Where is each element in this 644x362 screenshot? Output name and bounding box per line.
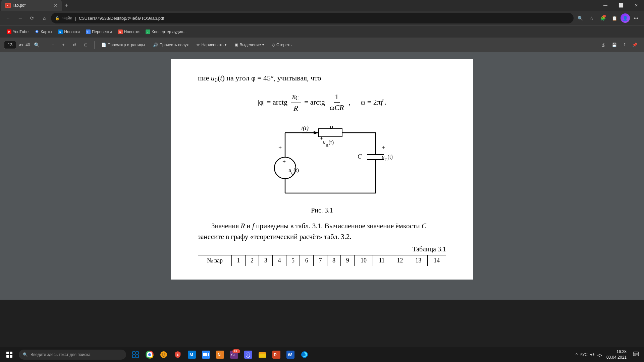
bookmark-translate[interactable]: T Перевести: [83, 28, 115, 36]
discord-button[interactable]: [241, 348, 255, 361]
bookmark-converter[interactable]: ♪ Конвертер аудио...: [143, 28, 189, 36]
print-button[interactable]: 🖨: [598, 41, 608, 49]
svg-text:N: N: [119, 31, 121, 34]
bookmark-maps-label: Карты: [41, 29, 52, 34]
sigame-button[interactable]: SI 99+: [227, 348, 241, 361]
emoji-icon: [160, 351, 168, 359]
formula-comma: ,: [348, 98, 351, 107]
fraction-denominator-wcr: ωCR: [328, 103, 345, 112]
bookmark-news2[interactable]: N Новости: [115, 28, 142, 36]
pdf-scroll-area[interactable]: ние u0(t) на угол φ = 45°, учитывая, что…: [0, 52, 644, 347]
powerpoint-button[interactable]: P: [270, 348, 283, 361]
notification-center-button[interactable]: [631, 348, 641, 361]
collections-button[interactable]: 📋: [609, 13, 620, 23]
table-header-6: 6: [300, 255, 314, 266]
shield-icon: S: [174, 351, 182, 359]
fit-button[interactable]: ⊡: [82, 41, 90, 49]
filemanager-button[interactable]: [256, 348, 269, 361]
windows-start-button[interactable]: [3, 348, 16, 361]
reload-button[interactable]: ⟳: [27, 13, 38, 23]
erase-icon: ◇: [272, 43, 275, 47]
zoom-app-button[interactable]: [199, 348, 213, 361]
save-button[interactable]: 💾: [609, 41, 620, 49]
chrome-icon: [146, 351, 154, 359]
view-page-label: Просмотр страницы: [108, 43, 145, 47]
view-page-button[interactable]: 📄 Просмотр страницы: [99, 41, 148, 49]
minimize-button[interactable]: —: [598, 0, 613, 11]
zoom-button[interactable]: 🔍: [575, 13, 586, 23]
app2-icon: N: [216, 351, 224, 359]
rotate-button[interactable]: ↺: [70, 41, 79, 49]
draw-button[interactable]: ✏ Нарисовать ▾: [194, 41, 229, 49]
maps-icon: [35, 29, 39, 34]
emoji-button[interactable]: [157, 348, 170, 361]
tab-close-button[interactable]: ✕: [54, 3, 58, 8]
system-tray: ^ РУС: [576, 352, 602, 357]
zoom-icon: [202, 351, 210, 359]
news1-icon: N: [58, 29, 63, 34]
home-button[interactable]: ⌂: [39, 13, 50, 23]
forward-button[interactable]: →: [15, 13, 25, 23]
chrome-button[interactable]: [143, 348, 156, 361]
favorites-button[interactable]: ☆: [586, 13, 597, 23]
table-header-13: 13: [409, 255, 428, 266]
toolbar-divider-1: [45, 41, 45, 49]
profile-button[interactable]: 👤: [621, 13, 630, 23]
read-aloud-icon: 🔊: [153, 43, 158, 47]
zoom-in-button[interactable]: +: [60, 41, 67, 49]
page-total: 40: [25, 43, 30, 47]
extensions-button[interactable]: 🧩: [598, 13, 608, 23]
bookmark-news1[interactable]: N Новости: [55, 28, 82, 36]
app1-button[interactable]: M: [185, 348, 199, 361]
shield-button[interactable]: S: [171, 348, 184, 361]
back-button[interactable]: ←: [3, 13, 13, 23]
taskbar-app-icons: S M N: [129, 348, 311, 361]
word-button[interactable]: W: [284, 348, 297, 361]
svg-text:P: P: [274, 352, 277, 357]
bookmark-maps[interactable]: Карты: [32, 28, 55, 36]
zoom-out-button[interactable]: −: [49, 41, 57, 49]
page-number-input[interactable]: [4, 41, 16, 49]
pdf-search-button[interactable]: 🔍: [33, 41, 41, 49]
table-header-3: 3: [259, 255, 273, 266]
table-header-8: 8: [327, 255, 341, 266]
new-tab-button[interactable]: +: [62, 1, 71, 10]
collections-icon: 📋: [612, 16, 617, 21]
svg-text:uR(t): uR(t): [323, 139, 334, 148]
windows-logo-icon: [6, 352, 12, 358]
taskview-button[interactable]: [129, 348, 142, 361]
read-aloud-button[interactable]: 🔊 Прочесть вслух: [150, 41, 191, 49]
search-icon: 🔍: [34, 42, 40, 48]
formula-block: |φ| = arctg xC R = arctg 1 ωCR , ω = 2πf…: [198, 92, 446, 113]
pin-button[interactable]: 📌: [630, 41, 640, 49]
badge-count: 99+: [232, 349, 240, 353]
network-icon[interactable]: [597, 352, 602, 357]
clock[interactable]: 16:28 03.04.2021: [606, 349, 627, 360]
address-bar[interactable]: 🔒 Файл | C:/Users/79533/Desktop/Учёба/ТО…: [51, 13, 574, 23]
erase-button[interactable]: ◇ Стереть: [269, 41, 294, 49]
edge-button[interactable]: [298, 348, 311, 361]
app2-button[interactable]: N: [213, 348, 227, 361]
close-button[interactable]: ✕: [629, 0, 644, 11]
svg-rect-50: [203, 353, 207, 356]
taskbar-search-box[interactable]: 🔍 Введите здесь текст для поиска: [19, 350, 126, 360]
file-label: Файл: [62, 16, 72, 20]
maximize-button[interactable]: ⬜: [613, 0, 629, 11]
fraction-xc-r: xC R: [291, 92, 301, 113]
fraction-1-wcr: 1 ωCR: [328, 93, 345, 112]
volume-icon[interactable]: [590, 352, 595, 357]
taskbar: 🔍 Введите здесь текст для поиска: [0, 347, 644, 362]
window-controls: — ⬜ ✕: [598, 0, 644, 11]
bookmark-youtube[interactable]: YouTube: [4, 28, 31, 36]
bookmarks-bar: YouTube Карты N Новости T Перевести N Но…: [0, 25, 644, 38]
pdf-page: ние u0(t) на угол φ = 45°, учитывая, что…: [171, 59, 473, 280]
browser-tab[interactable]: P lab.pdf ✕: [1, 0, 62, 11]
fraction-denominator: R: [292, 103, 299, 113]
print-icon: 🖨: [601, 43, 605, 47]
tray-arrow-icon[interactable]: ^: [576, 352, 578, 357]
page-separator: из: [19, 43, 23, 47]
erase-label: Стереть: [276, 43, 291, 47]
select-button[interactable]: ▣ Выделение ▾: [232, 41, 267, 49]
menu-button[interactable]: •••: [631, 13, 641, 23]
share-button[interactable]: ⤴: [621, 41, 628, 49]
